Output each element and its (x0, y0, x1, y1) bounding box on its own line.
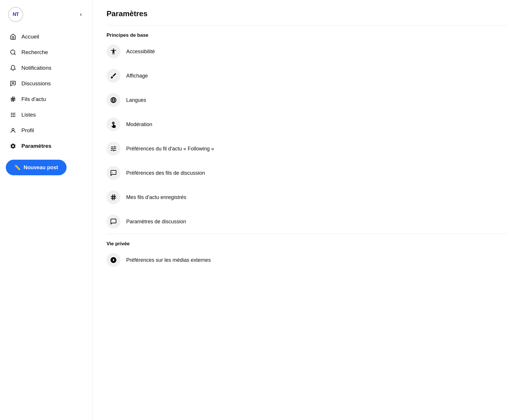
sidebar-item-recherche[interactable]: Recherche (6, 45, 87, 60)
settings-icon-preferences-medias (107, 253, 120, 267)
settings-icon-preferences-fil (107, 142, 120, 156)
settings-item-affichage[interactable]: Affichage (107, 64, 507, 88)
svg-point-15 (12, 128, 14, 130)
section-principes-de-base: Principes de baseAccessibilitéAffichageL… (107, 32, 507, 234)
sidebar-item-listes[interactable]: Listes (6, 107, 87, 123)
settings-item-langues[interactable]: Langues (107, 88, 507, 112)
settings-item-preferences-fil[interactable]: Préférences du fil d'actu « Following » (107, 137, 507, 161)
listes-icon (9, 111, 17, 119)
logo-area: NT ‹ (6, 7, 87, 22)
profil-icon (9, 127, 17, 134)
fils-dactu-icon (9, 95, 17, 103)
sidebar-item-label-listes: Listes (21, 112, 36, 118)
settings-item-preferences-medias[interactable]: Préférences sur les médias externes (107, 248, 507, 272)
settings-icon-accessibilite (107, 45, 120, 58)
section-divider-0 (107, 234, 507, 234)
sidebar-item-profil[interactable]: Profil (6, 123, 87, 138)
settings-icon-moderation (107, 117, 120, 131)
settings-icon-parametres-discussion (107, 215, 120, 229)
sidebar-item-label-parametres: Paramètres (21, 143, 52, 149)
settings-item-moderation[interactable]: Modération (107, 112, 507, 137)
settings-item-label-parametres-discussion: Paramètres de discussion (126, 219, 186, 225)
parametres-icon (9, 142, 17, 150)
settings-icon-mes-fils-actu (107, 190, 120, 204)
new-post-icon: ✏️ (14, 164, 21, 171)
sidebar-nav: AccueilRechercheNotificationsDiscussions… (6, 29, 87, 154)
settings-list-vie-privee: Préférences sur les médias externes (107, 248, 507, 272)
sidebar-item-accueil[interactable]: Accueil (6, 29, 87, 45)
recherche-icon (9, 49, 17, 56)
sidebar-item-discussions[interactable]: Discussions (6, 76, 87, 91)
settings-item-label-langues: Langues (126, 97, 146, 103)
logo: NT (8, 7, 23, 22)
settings-icon-langues (107, 93, 120, 107)
section-vie-privee: Vie privéePréférences sur les médias ext… (107, 241, 507, 272)
svg-line-18 (112, 195, 113, 200)
svg-point-11 (11, 116, 12, 117)
new-post-label: Nouveau post (23, 165, 58, 171)
sidebar-item-label-notifications: Notifications (21, 65, 52, 71)
settings-item-label-affichage: Affichage (126, 73, 148, 79)
sidebar-item-label-recherche: Recherche (21, 49, 48, 56)
settings-item-label-preferences-fil: Préférences du fil d'actu « Following » (126, 146, 214, 152)
settings-item-label-preferences-medias: Préférences sur les médias externes (126, 257, 211, 263)
sidebar-item-fils-dactu[interactable]: Fils d'actu (6, 91, 87, 107)
discussions-icon (9, 80, 17, 87)
svg-line-1 (14, 54, 15, 55)
sidebar-item-label-discussions: Discussions (21, 80, 51, 87)
svg-point-10 (11, 114, 12, 115)
page-title: Paramètres (107, 9, 507, 18)
sidebar-item-label-fils-dactu: Fils d'actu (21, 96, 46, 102)
sidebar-item-label-profil: Profil (21, 127, 34, 134)
settings-item-parametres-discussion[interactable]: Paramètres de discussion (107, 209, 507, 234)
settings-icon-preferences-discussion (107, 166, 120, 180)
sidebar-item-notifications[interactable]: Notifications (6, 60, 87, 76)
settings-list-principes-de-base: AccessibilitéAffichageLanguesModérationP… (107, 39, 507, 234)
new-post-button[interactable]: ✏️ Nouveau post (6, 160, 67, 175)
settings-item-preferences-discussion[interactable]: Préférences des fils de discussion (107, 161, 507, 185)
sidebar: NT ‹ AccueilRechercheNotificationsDiscus… (0, 0, 93, 420)
main-content: Paramètres Principes de baseAccessibilit… (93, 0, 521, 420)
settings-item-label-accessibilite: Accessibilité (126, 49, 155, 55)
svg-line-7 (12, 97, 12, 102)
svg-point-3 (13, 83, 13, 83)
back-button[interactable]: ‹ (78, 10, 84, 19)
settings-item-accessibilite[interactable]: Accessibilité (107, 39, 507, 64)
svg-line-19 (114, 195, 115, 200)
svg-point-9 (11, 113, 12, 114)
notifications-icon (9, 64, 17, 72)
settings-item-label-mes-fils-actu: Mes fils d'actu enregistrés (126, 194, 186, 200)
main-divider (107, 25, 507, 25)
svg-point-4 (14, 83, 14, 83)
settings-item-mes-fils-actu[interactable]: Mes fils d'actu enregistrés (107, 185, 507, 209)
sidebar-item-label-accueil: Accueil (21, 34, 39, 40)
sidebar-item-parametres[interactable]: Paramètres (6, 138, 87, 154)
settings-item-label-moderation: Modération (126, 121, 152, 128)
svg-line-8 (14, 97, 14, 102)
section-label-principes-de-base: Principes de base (107, 32, 507, 38)
svg-point-2 (12, 83, 12, 83)
accueil-icon (9, 33, 17, 40)
section-label-vie-privee: Vie privée (107, 241, 507, 247)
settings-item-label-preferences-discussion: Préférences des fils de discussion (126, 170, 205, 176)
settings-icon-affichage (107, 69, 120, 83)
